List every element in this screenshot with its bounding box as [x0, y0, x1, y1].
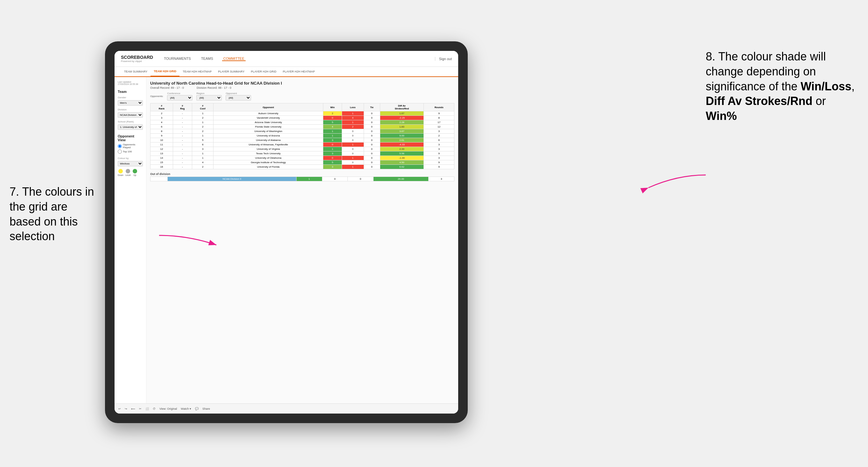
legend-up-dot	[133, 169, 137, 174]
sub-nav-team-summary[interactable]: TEAM SUMMARY	[121, 67, 151, 76]
opponent-filter: Opponent (All)	[225, 92, 251, 100]
col-conf: #Conf	[192, 103, 214, 111]
legend-row: Down Level Up	[118, 169, 143, 176]
col-rank: #Rank	[151, 103, 173, 111]
sidebar-team-label: Team	[118, 90, 143, 94]
nav-tournaments[interactable]: TOURNAMENTS	[163, 57, 192, 61]
col-diff: Diff AvStrokes/Rnd	[380, 103, 424, 111]
table-row: 15 - 4 Georgia Institute of Technology 5…	[151, 160, 454, 165]
arrow-left-svg	[156, 216, 220, 254]
table-row: 12 - 3 University of Virginia 1 0 0 2.33…	[151, 147, 454, 151]
legend-level-dot	[126, 169, 130, 174]
toolbar-clock[interactable]: ⏱	[153, 407, 156, 410]
opponent-view-label: Opponent View	[118, 134, 143, 142]
gender-select[interactable]: Men's	[118, 100, 143, 105]
toolbar-comment[interactable]: 💬	[195, 407, 198, 410]
col-win: Win	[323, 103, 342, 111]
grid-title: University of North Carolina Head-to-Hea…	[150, 81, 454, 86]
col-tie: Tie	[364, 103, 380, 111]
toolbar-view[interactable]: View: Original	[159, 407, 177, 410]
out-division-row: NCAA Division II 1 0 0 26.00 3	[151, 177, 454, 181]
sub-nav-team-h2h-heatmap[interactable]: TEAM H2H HEATMAP	[180, 67, 215, 76]
sub-nav-player-h2h-heatmap[interactable]: PLAYER H2H HEATMAP	[280, 67, 318, 76]
opponent-radio-group: Opponents Played Top 100	[118, 143, 143, 154]
gender-label: Gender	[118, 96, 143, 99]
division-label: Division	[118, 108, 143, 111]
col-loss: Loss	[342, 103, 364, 111]
table-row: 11 - 6 University of Arkansas, Fayettevi…	[151, 143, 454, 147]
annotation-right: 8. The colour shade will change dependin…	[706, 49, 859, 124]
legend-down-dot	[118, 169, 123, 174]
sub-nav-player-summary[interactable]: PLAYER SUMMARY	[215, 67, 248, 76]
region-select[interactable]: (All)	[196, 95, 222, 100]
nav-committee[interactable]: COMMITTEE	[222, 57, 246, 61]
sub-nav: TEAM SUMMARY TEAM H2H GRID TEAM H2H HEAT…	[115, 67, 458, 77]
bottom-toolbar: ↩ ↪ ⟵ ✂ ⬜ ⏱ View: Original Watch ▾ 💬 Sha…	[115, 403, 458, 413]
school-label: School (Rank)	[118, 120, 143, 123]
col-rounds: Rounds	[424, 103, 454, 111]
sidebar: Last Updated: 27/03/2024 16:55:38 Team G…	[115, 77, 146, 403]
sub-nav-player-h2h-grid[interactable]: PLAYER H2H GRID	[248, 67, 279, 76]
nav-teams[interactable]: TEAMS	[200, 57, 214, 61]
nav-bar: SCOREBOARD Powered by clippd TOURNAMENTS…	[115, 51, 458, 67]
table-row: 9 - 1 University of Arizona 1 0 0 9.00 2	[151, 134, 454, 138]
sign-out-link[interactable]: Sign out	[435, 57, 452, 61]
toolbar-undo[interactable]: ↩	[118, 407, 121, 410]
region-filter: Region (All)	[196, 92, 222, 100]
table-row: 10 - 5 University of Alabama 3 0 0 2.61 …	[151, 138, 454, 143]
filter-row: Opponents: Conference (All) Region (All)	[150, 92, 454, 100]
opponents-filter-label: Opponents:	[150, 95, 163, 98]
arrow-right-svg	[629, 165, 709, 197]
table-row: 8 - 2 University of Washington 1 0 0 3.6…	[151, 129, 454, 134]
table-row: 3 - 2 Vanderbilt University 0 4 0 -2.29 …	[151, 116, 454, 120]
toolbar-watch[interactable]: Watch ▾	[181, 407, 191, 410]
radio-top100[interactable]: Top 100	[118, 150, 143, 154]
colour-by-select[interactable]: Win/loss	[118, 161, 143, 166]
h2h-table: #Rank #Reg #Conf Opponent Win Loss Tie D…	[150, 103, 454, 169]
table-row: 6 - 2 Florida State University 4 2 0 1.8…	[151, 125, 454, 129]
table-row: 2 - 1 Auburn University 2 1 0 1.67 9	[151, 111, 454, 116]
table-row: 13 - 1 Texas Tech University 3 0 0 5.56 …	[151, 151, 454, 156]
legend-down-text: Down	[118, 174, 123, 176]
col-opponent: Opponent	[214, 103, 323, 111]
opponent-select[interactable]: (All)	[225, 95, 251, 100]
out-of-division-label: Out of division	[150, 173, 454, 176]
colour-by-label: Colour by	[118, 157, 143, 160]
division-select[interactable]: NCAA Division I	[118, 112, 143, 118]
col-reg: #Reg	[173, 103, 192, 111]
school-select[interactable]: 1. University of Nort...	[118, 124, 143, 130]
toolbar-scissors[interactable]: ✂	[139, 407, 142, 410]
grid-records: Overall Record: 89 - 17 - 0 Division Rec…	[150, 86, 454, 89]
toolbar-redo[interactable]: ↪	[125, 407, 127, 410]
timestamp: Last Updated: 27/03/2024 16:55:38	[118, 81, 143, 85]
radio-opponents-played[interactable]: Opponents Played	[118, 143, 143, 149]
legend-up-text: Up	[133, 174, 136, 176]
annotation-left: 7. The colours in the grid are based on …	[9, 185, 99, 244]
toolbar-back[interactable]: ⟵	[131, 407, 135, 410]
logo: SCOREBOARD Powered by clippd	[121, 55, 153, 63]
toolbar-share[interactable]: Share	[203, 407, 210, 410]
conference-filter: Conference (All)	[167, 92, 192, 100]
table-row: 14 - 1 University of Oklahoma 0 1 0 -1.0…	[151, 156, 454, 160]
sub-nav-team-h2h-grid[interactable]: TEAM H2H GRID	[151, 67, 180, 76]
nav-items: TOURNAMENTS TEAMS COMMITTEE	[163, 57, 435, 61]
out-division-table: NCAA Division II 1 0 0 26.00 3	[150, 177, 454, 181]
table-row: 16 - 2 University of Florida 3 1 0 6.62 …	[151, 165, 454, 169]
table-row: 4 - 1 Arizona State University 5 1 0 2.2…	[151, 120, 454, 125]
conference-select[interactable]: (All)	[167, 95, 192, 100]
legend-level-text: Level	[125, 174, 131, 176]
toolbar-copy[interactable]: ⬜	[146, 407, 149, 410]
